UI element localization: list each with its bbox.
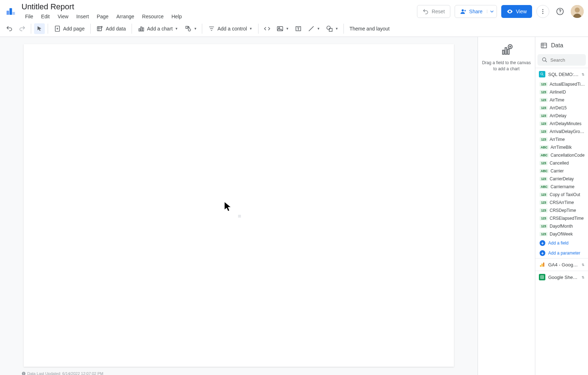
- field-item[interactable]: ABCCarriername: [535, 183, 588, 191]
- chart-drop-hint: Drag a field to the canvas to add a char…: [478, 60, 535, 72]
- selection-tool[interactable]: [34, 23, 45, 34]
- help-button[interactable]: [554, 5, 566, 18]
- canvas-wrap: Data Last Updated: 6/14/2022 12:07:02 PM: [0, 37, 478, 375]
- plus-icon: +: [540, 240, 545, 246]
- menu-insert[interactable]: Insert: [73, 12, 93, 21]
- add-control-button[interactable]: Add a control ▼: [205, 23, 255, 34]
- field-name: AirlineID: [550, 90, 585, 95]
- menu-help[interactable]: Help: [168, 12, 185, 21]
- field-item[interactable]: 123Copy of TaxiOut: [535, 191, 588, 199]
- title-area: Untitled Report File Edit View Insert Pa…: [21, 2, 185, 21]
- field-item[interactable]: 123ArrTime: [535, 136, 588, 143]
- add-chart-button[interactable]: Add a chart ▼: [135, 23, 181, 34]
- svg-rect-36: [543, 262, 544, 267]
- field-type-badge: ABC: [540, 153, 549, 157]
- field-item[interactable]: 123DayOfWeek: [535, 230, 588, 238]
- data-source-sheets[interactable]: Google Sheets ⇅: [535, 271, 588, 283]
- redo-button[interactable]: [16, 23, 28, 34]
- image-button[interactable]: ▼: [274, 23, 291, 34]
- field-name: Carriername: [551, 184, 585, 189]
- share-dropdown[interactable]: [487, 10, 494, 13]
- field-item[interactable]: 123CRSArrTime: [535, 199, 588, 207]
- field-item[interactable]: 123ActualElapsedTime: [535, 80, 588, 88]
- add-data-label: Add data: [106, 26, 126, 32]
- image-icon: [276, 25, 284, 32]
- svg-rect-23: [329, 28, 332, 31]
- report-canvas[interactable]: [24, 44, 454, 367]
- menu-bar: File Edit View Insert Page Arrange Resou…: [21, 11, 185, 21]
- field-item[interactable]: ABCCancellationCode: [535, 151, 588, 159]
- add-page-button[interactable]: Add page: [51, 23, 87, 34]
- field-type-badge: 123: [540, 82, 547, 86]
- data-panel-header: Data: [535, 37, 588, 54]
- menu-resource[interactable]: Resource: [138, 12, 167, 21]
- add-chart-label: Add a chart: [147, 26, 173, 32]
- theme-layout-button[interactable]: Theme and layout: [347, 24, 393, 34]
- text-button[interactable]: [293, 23, 304, 34]
- svg-rect-34: [540, 265, 541, 267]
- expand-icon[interactable]: ⇅: [582, 275, 584, 279]
- svg-point-6: [542, 11, 544, 12]
- field-item[interactable]: 123CRSElapsedTime: [535, 214, 588, 222]
- shape-button[interactable]: ▼: [324, 23, 341, 34]
- field-item[interactable]: 123CarrierDelay: [535, 175, 588, 183]
- field-item[interactable]: ABCArrTimeBlk: [535, 143, 588, 151]
- expand-icon[interactable]: ⇅: [582, 263, 584, 267]
- svg-rect-15: [141, 27, 142, 31]
- menu-page[interactable]: Page: [93, 12, 112, 21]
- field-item[interactable]: 123ArrDelay: [535, 112, 588, 120]
- field-type-badge: 123: [540, 90, 547, 94]
- field-type-badge: 123: [540, 129, 547, 134]
- field-item[interactable]: 123AirlineID: [535, 88, 588, 96]
- more-options-button[interactable]: [536, 5, 549, 18]
- document-title[interactable]: Untitled Report: [21, 2, 185, 11]
- field-search-input[interactable]: [550, 57, 582, 63]
- data-panel: Data SQL DEMO: faa_fli… ⇅ 123ActualElaps…: [535, 37, 588, 375]
- share-button[interactable]: Share: [455, 5, 497, 18]
- data-source-bigquery[interactable]: SQL DEMO: faa_fli… ⇅: [535, 68, 588, 80]
- chart-drop-panel: Drag a field to the canvas to add a char…: [478, 37, 535, 375]
- field-type-badge: 123: [540, 224, 547, 228]
- app-logo[interactable]: [4, 5, 17, 18]
- info-icon: [22, 371, 26, 375]
- add-parameter-button[interactable]: + Add a parameter: [535, 248, 588, 258]
- field-item[interactable]: 123ArrDel15: [535, 104, 588, 112]
- field-item[interactable]: ABCCarrier: [535, 167, 588, 175]
- add-field-button[interactable]: + Add a field: [535, 238, 588, 248]
- field-item[interactable]: 123DayofMonth: [535, 222, 588, 230]
- menu-view[interactable]: View: [54, 12, 72, 21]
- footer-text: Data Last Updated: 6/14/2022 12:07:02 PM: [27, 371, 103, 375]
- reset-button[interactable]: Reset: [417, 5, 450, 18]
- data-source-ga4[interactable]: GA4 - Google Merc… ⇅: [535, 258, 588, 271]
- view-button[interactable]: View: [501, 5, 532, 18]
- field-item[interactable]: 123AirTime: [535, 96, 588, 104]
- account-avatar[interactable]: [571, 5, 584, 18]
- url-embed-button[interactable]: [261, 23, 273, 34]
- menu-file[interactable]: File: [22, 12, 37, 21]
- community-visualizations-button[interactable]: ▼: [182, 23, 199, 34]
- line-icon: [308, 25, 315, 32]
- separator: [31, 24, 31, 34]
- separator: [343, 24, 344, 34]
- menu-edit[interactable]: Edit: [38, 12, 53, 21]
- field-item[interactable]: 123ArrivalDelayGroups: [535, 128, 588, 136]
- add-data-icon: [96, 25, 104, 32]
- theme-label: Theme and layout: [350, 26, 390, 32]
- expand-icon[interactable]: ⇅: [582, 72, 584, 76]
- field-search[interactable]: [537, 54, 586, 66]
- field-item[interactable]: 123ArrDelayMinutes: [535, 120, 588, 128]
- field-item[interactable]: 123Cancelled: [535, 159, 588, 167]
- cursor-icon: [224, 201, 232, 212]
- chevron-down-icon: ▼: [286, 27, 289, 30]
- svg-point-26: [23, 372, 24, 373]
- undo-button[interactable]: [4, 23, 15, 34]
- svg-point-32: [542, 58, 546, 61]
- line-button[interactable]: ▼: [305, 23, 322, 34]
- field-name: DayOfWeek: [550, 232, 585, 237]
- undo-icon: [6, 25, 13, 32]
- menu-arrange[interactable]: Arrange: [113, 12, 138, 21]
- add-data-button[interactable]: Add data: [94, 23, 129, 34]
- field-item[interactable]: 123CRSDepTime: [535, 207, 588, 214]
- field-type-badge: 123: [540, 98, 547, 102]
- header-actions: Reset Share View: [417, 5, 584, 18]
